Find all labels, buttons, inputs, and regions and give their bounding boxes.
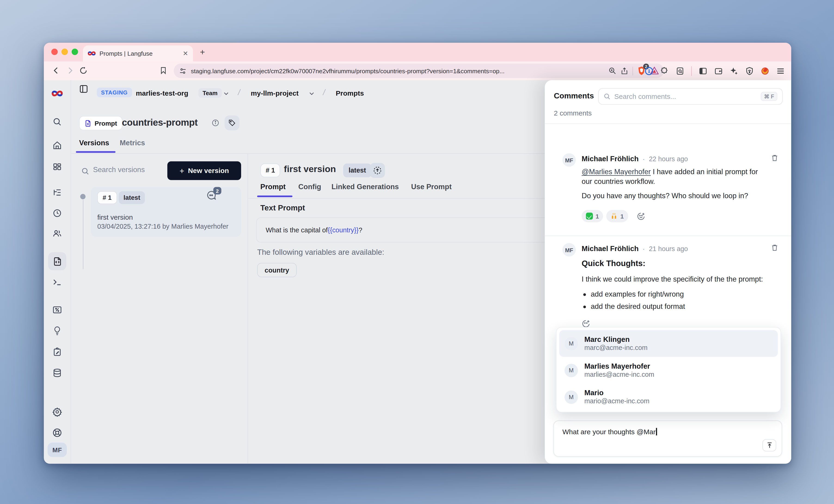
leo-ai-sparkles-icon[interactable] (730, 67, 738, 75)
submit-comment-button[interactable] (762, 439, 776, 451)
tab-title: Prompts | Langfuse (100, 50, 179, 56)
new-tab-button[interactable]: + (200, 48, 205, 57)
tab-prompt[interactable]: Prompt (260, 183, 285, 191)
search-tabs-icon[interactable] (676, 67, 684, 75)
browser-tab[interactable]: Prompts | Langfuse ✕ (83, 46, 193, 62)
datasets-database-icon[interactable] (53, 368, 62, 377)
promote-version-button[interactable] (370, 163, 385, 178)
wallet-icon[interactable] (714, 67, 723, 75)
org-name[interactable]: marlies-test-org (136, 89, 188, 97)
chevron-down-icon[interactable] (308, 90, 315, 97)
reload-icon[interactable] (79, 66, 88, 75)
tab-versions[interactable]: Versions (79, 139, 109, 147)
extensions-puzzle-icon[interactable] (660, 67, 668, 75)
new-comment-input[interactable]: What are your thoughts @Mar (553, 420, 782, 457)
comment-body-2: Do you have any thoughts? Who should we … (581, 191, 770, 201)
comment-indicator[interactable]: 2 (206, 190, 217, 200)
add-reaction-smile-plus-icon[interactable] (637, 212, 645, 220)
settings-gear-icon[interactable] (52, 407, 62, 417)
reaction-check[interactable]: 1 (581, 210, 603, 222)
menu-hamburger-icon[interactable] (776, 67, 785, 75)
mention-dropdown: M Marc Klingen marc@acme-inc.com M Marli… (556, 327, 781, 412)
tab-config[interactable]: Config (299, 183, 321, 191)
scores-icon[interactable] (53, 306, 62, 314)
annotation-clipboard-icon[interactable] (53, 347, 62, 357)
timeline-line (83, 200, 83, 269)
breadcrumb-separator: / (238, 88, 240, 96)
minimize-window-button[interactable] (62, 48, 68, 55)
chevron-down-icon[interactable] (223, 90, 229, 97)
sessions-clock-icon[interactable] (53, 209, 62, 217)
org-role-badge: Team (198, 88, 222, 98)
divider (545, 123, 791, 124)
back-icon[interactable] (52, 66, 60, 75)
langfuse-logo[interactable] (51, 89, 63, 97)
detail-title: first version (284, 164, 336, 175)
prompt-type-label: Prompt (94, 119, 117, 127)
mention-option[interactable]: M Mario mario@acme-inc.com (559, 384, 778, 410)
timeline-dot (80, 194, 86, 199)
share-icon[interactable] (621, 67, 628, 75)
variables-label: The following variables are available: (257, 248, 384, 256)
forward-icon[interactable] (66, 66, 74, 75)
support-lifebuoy-icon[interactable] (52, 428, 62, 438)
reaction-raised-hands[interactable]: 1 (607, 210, 628, 222)
tab-linked-generations[interactable]: Linked Generations (331, 183, 399, 191)
onepassword-icon[interactable] (644, 67, 653, 75)
divider (632, 67, 633, 75)
user-avatar[interactable]: MF (48, 442, 67, 457)
delete-comment-icon[interactable] (771, 154, 778, 162)
prompt-variable: {{country}} (328, 226, 358, 233)
plus-icon: + (180, 166, 184, 175)
langfuse-favicon (88, 50, 96, 56)
tab-use-prompt[interactable]: Use Prompt (411, 183, 452, 191)
dashboards-icon[interactable] (53, 163, 62, 171)
vpn-shield-icon[interactable] (745, 67, 754, 75)
mention-name: Marlies Mayerhofer (584, 362, 654, 370)
delete-comment-icon[interactable] (771, 244, 778, 252)
search-icon[interactable] (53, 117, 62, 127)
tab-close-icon[interactable]: ✕ (183, 50, 188, 56)
url-bar[interactable]: staging.langfuse.com/project/cm22fk0w700… (174, 64, 664, 78)
shortcut-badge: ⌘ F (761, 92, 777, 101)
site-settings-icon[interactable] (179, 67, 186, 74)
playground-terminal-icon[interactable] (53, 278, 62, 286)
maximize-window-button[interactable] (72, 48, 78, 55)
new-version-button[interactable]: + New version (167, 161, 241, 180)
breadcrumb-section[interactable]: Prompts (336, 89, 364, 97)
variable-chip: country (257, 263, 297, 277)
project-name[interactable]: my-llm-project (251, 89, 299, 97)
version-meta: 03/04/2025, 13:27:16 by Marlies Mayerhof… (97, 223, 228, 230)
sidebar-toggle-icon[interactable] (699, 67, 707, 75)
divider (691, 66, 692, 76)
users-icon[interactable] (52, 229, 62, 238)
column-divider (247, 154, 248, 463)
toolbar-extension-cluster (644, 66, 785, 76)
mention-option[interactable]: M Marc Klingen marc@acme-inc.com (559, 330, 778, 357)
panel-toggle-icon[interactable] (79, 84, 88, 93)
info-icon[interactable] (212, 119, 219, 127)
version-latest-badge: latest (118, 191, 145, 204)
mention-link[interactable]: @Marlies Mayerhofer (581, 168, 651, 176)
raised-hands-emoji (611, 213, 618, 220)
zoom-page-icon[interactable] (608, 67, 616, 75)
mention-option[interactable]: M Marlies Mayerhofer marlies@acme-inc.co… (559, 357, 778, 384)
bookmark-icon[interactable] (159, 66, 167, 75)
search-versions-input[interactable]: Search versions (93, 166, 145, 174)
comment-body: I think we could improve the specificity… (581, 275, 770, 284)
prompts-nav-active[interactable] (48, 252, 66, 271)
version-list-item[interactable]: # 1 latest 2 first version 03/04/2025, 1… (91, 187, 241, 236)
home-icon[interactable] (53, 141, 62, 150)
active-tab-indicator (257, 196, 292, 197)
avatar: MF (563, 153, 576, 167)
tag-icon (228, 119, 236, 127)
evals-lightbulb-icon[interactable] (53, 326, 62, 335)
tag-button[interactable] (224, 115, 240, 131)
comments-panel: Comments Search comments... ⌘ F 2 commen… (545, 80, 791, 464)
search-comments-input[interactable]: Search comments... ⌘ F (598, 88, 783, 105)
tracing-icon[interactable] (53, 188, 62, 197)
mention-email: marc@acme-inc.com (584, 344, 648, 352)
tab-metrics[interactable]: Metrics (120, 139, 145, 147)
close-window-button[interactable] (51, 48, 58, 55)
firefox-swirl-icon[interactable] (761, 67, 769, 75)
